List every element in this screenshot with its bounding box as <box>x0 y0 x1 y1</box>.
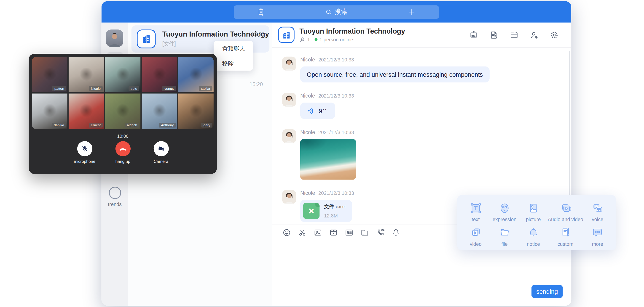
participant-name: Anthony <box>159 123 176 128</box>
attach-item-text[interactable]: text <box>461 199 490 223</box>
members-icon <box>299 37 305 42</box>
voice-wave-icon <box>307 107 315 115</box>
attach-label: text <box>472 217 480 222</box>
participant-name: patton <box>52 86 66 91</box>
group-avatar-icon <box>278 27 294 43</box>
chat-title: Tuoyun Information Technology <box>299 27 469 35</box>
group-avatar-icon <box>137 29 156 48</box>
notice-bell-icon <box>527 225 540 240</box>
camera-button[interactable] <box>154 141 168 156</box>
voice-icon <box>591 200 604 216</box>
video-tile: Anthony <box>142 93 177 129</box>
menu-item-pin-chat[interactable]: 置顶聊天 <box>214 41 253 56</box>
self-avatar[interactable] <box>106 29 123 47</box>
rail-item-trends[interactable]: trends <box>102 187 128 207</box>
video-tile: aldrich <box>105 93 140 129</box>
contact-card-icon[interactable] <box>345 228 354 237</box>
settings-icon[interactable] <box>550 30 559 39</box>
video-tile: stellar <box>178 57 213 92</box>
text-message-bubble[interactable]: Open source, free, and universal instant… <box>300 66 490 82</box>
file-icon[interactable] <box>360 228 369 237</box>
sender-name: Nicole <box>300 190 315 196</box>
attach-item-expression[interactable]: expression <box>490 199 519 223</box>
top-bar: 搜索 <box>102 1 572 22</box>
text-icon <box>469 200 482 216</box>
message-row: Nicole 2021/12/3 10:33 <box>272 129 571 180</box>
search-placeholder: 搜索 <box>334 7 348 16</box>
message-time: 2021/12/3 10:33 <box>318 57 354 63</box>
emoji-icon[interactable] <box>282 228 291 237</box>
video-tile: Nicole <box>68 57 104 92</box>
excel-file-icon: ✕ <box>303 203 320 219</box>
attach-item-video[interactable]: video <box>461 223 490 248</box>
voice-message-bubble[interactable]: 9`` <box>300 103 335 119</box>
send-button[interactable]: sending <box>532 285 562 298</box>
video-tile: danika <box>32 93 67 129</box>
trends-label: trends <box>102 202 128 207</box>
video-call-icon[interactable] <box>376 228 385 237</box>
video-tile: gary <box>178 93 213 129</box>
chat-record-search-icon[interactable] <box>489 30 498 39</box>
sender-name: Nicole <box>300 129 315 135</box>
message-input-area[interactable]: sending <box>272 241 571 306</box>
attach-item-voice[interactable]: voice <box>583 199 612 223</box>
participant-name: danika <box>52 123 66 128</box>
menu-item-remove[interactable]: 移除 <box>214 56 253 71</box>
attach-item-picture[interactable]: picture <box>519 199 548 223</box>
video-icon[interactable] <box>329 228 338 237</box>
notice-board-icon[interactable] <box>469 30 478 39</box>
search-bar[interactable]: 搜索 <box>234 5 439 18</box>
participant-name: aldrich <box>125 123 139 128</box>
search-icon <box>325 8 332 15</box>
video-tile: venus <box>142 57 177 92</box>
custom-icon <box>559 225 572 240</box>
participant-name: venus <box>162 86 176 91</box>
expression-icon <box>498 200 511 216</box>
online-dot <box>314 38 318 41</box>
sender-avatar[interactable] <box>282 129 296 143</box>
attach-label: file <box>501 241 508 247</box>
participant-name: Nicole <box>89 86 103 91</box>
file-message[interactable]: ✕ 文件.excel 12.8M <box>300 200 352 222</box>
sender-name: Nicole <box>300 93 315 99</box>
call-timer: 10:00 <box>32 134 214 139</box>
audio-video-icon <box>559 200 572 216</box>
message-row: Nicole 2021/12/3 10:33 9`` <box>272 93 571 119</box>
picture-icon[interactable] <box>313 228 322 237</box>
add-member-icon[interactable] <box>530 30 539 39</box>
notification-icon[interactable] <box>392 228 401 237</box>
conversation-time: 15:20 <box>250 81 263 87</box>
more-icon <box>591 225 604 240</box>
attach-item-audio-video[interactable]: Audio and video <box>548 199 583 223</box>
camera-label: Camera <box>154 159 168 164</box>
microphone-label: microphone <box>74 159 95 164</box>
attach-item-notice[interactable]: notice <box>519 223 548 248</box>
online-status: 1 person online <box>320 37 353 42</box>
camera-muted-icon <box>157 145 165 153</box>
file-size: 12.8M <box>324 213 346 219</box>
sender-avatar[interactable] <box>282 190 296 204</box>
member-count: 1 <box>307 37 310 42</box>
attach-item-custom[interactable]: custom <box>548 223 583 248</box>
attach-label: more <box>592 241 603 247</box>
file-library-icon[interactable] <box>509 30 519 39</box>
message-time: 2021/12/3 10:33 <box>318 130 354 135</box>
sender-avatar[interactable] <box>282 57 296 71</box>
plus-icon[interactable] <box>408 8 416 17</box>
hang-up-label: hang up <box>116 159 130 164</box>
screenshot-icon[interactable] <box>298 228 307 237</box>
scrollbar[interactable] <box>569 51 570 199</box>
microphone-button[interactable] <box>77 141 92 156</box>
attach-item-file[interactable]: file <box>490 223 519 248</box>
participant-name: zoie <box>129 86 139 91</box>
participant-name: ernest <box>89 123 103 128</box>
voice-duration: 9`` <box>319 107 326 114</box>
attach-item-more[interactable]: more <box>583 223 612 248</box>
attach-label: expression <box>492 217 516 222</box>
sender-avatar[interactable] <box>282 93 296 107</box>
chat-header: Tuoyun Information Technology 1 1 person… <box>272 23 571 48</box>
attach-label: custom <box>558 241 573 247</box>
video-icon <box>469 225 482 240</box>
image-message[interactable] <box>300 139 356 180</box>
hang-up-button[interactable] <box>115 141 130 156</box>
